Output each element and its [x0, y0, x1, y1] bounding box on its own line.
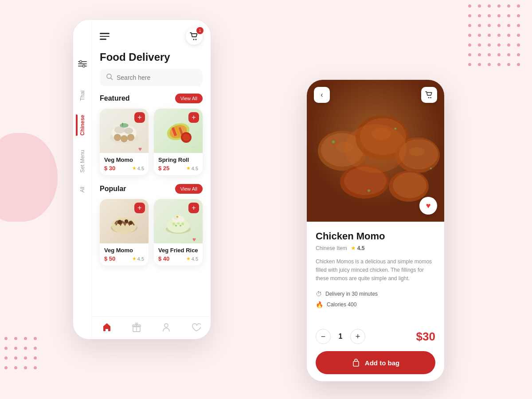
popular-veg-momo-price: $ 50 — [104, 255, 115, 262]
veg-fried-rice-price-row: $ 40 ★ 4.5 — [158, 255, 198, 262]
filter-icon[interactable] — [78, 60, 87, 70]
popular-veg-momo-rating: ★ 4.5 — [132, 256, 144, 262]
popular-card-veg-fried-rice: + ♥ Veg Fried Rice $ 40 ★ 4.5 — [154, 199, 203, 266]
delivery-time-row: ⏱ Delivery in 30 minutes — [316, 290, 435, 297]
main-scroll-area: 1 Food Delivery Featured View All — [92, 20, 211, 339]
nav-home[interactable] — [102, 322, 112, 332]
svg-point-5 — [193, 39, 195, 40]
sidebar-item-set-menu[interactable]: Set Menu — [76, 143, 89, 180]
search-input[interactable] — [117, 74, 196, 81]
svg-point-32 — [172, 223, 175, 225]
popular-veg-momo-name: Veg Momo — [104, 247, 144, 254]
veg-momo-fav-button[interactable]: ♥ — [135, 144, 145, 154]
quantity-minus-button[interactable]: − — [316, 329, 331, 344]
side-navigation: Thai Chinese Set Menu All — [73, 20, 92, 339]
spring-roll-price: $ 25 — [158, 165, 169, 172]
detail-cart-button[interactable] — [421, 87, 437, 103]
svg-point-3 — [79, 61, 82, 63]
svg-point-42 — [164, 324, 168, 327]
detail-meta-row: Chinese Item ★ 4.5 — [316, 245, 435, 251]
detail-category: Chinese Item — [316, 245, 347, 251]
detail-star-icon: ★ — [351, 245, 356, 251]
featured-section-header: Featured View All — [92, 94, 211, 109]
veg-fried-rice-add-button[interactable]: + — [188, 203, 199, 213]
item-price: $30 — [416, 330, 435, 344]
popular-veg-momo-price-row: $ 50 ★ 4.5 — [104, 255, 144, 262]
veg-fried-rice-price: $ 40 — [158, 255, 169, 262]
svg-point-35 — [175, 225, 177, 227]
calories-row: 🔥 Calories 400 — [316, 301, 435, 308]
svg-point-64 — [430, 97, 431, 98]
featured-view-all-button[interactable]: View All — [175, 94, 203, 103]
sidebar-item-all[interactable]: All — [76, 180, 89, 200]
svg-point-26 — [112, 218, 137, 234]
svg-point-15 — [127, 134, 134, 141]
svg-rect-17 — [122, 123, 123, 126]
search-icon — [106, 73, 113, 82]
quantity-price-row: − 1 + $30 — [316, 329, 435, 344]
featured-card-spring-roll: + ♡ Spring Roll $ 25 ★ 4.5 — [154, 109, 203, 175]
spring-roll-fav-button[interactable]: ♡ — [189, 144, 199, 154]
sidebar-item-chinese[interactable]: Chinese — [76, 108, 89, 143]
hamburger-menu[interactable] — [100, 31, 110, 42]
clock-icon: ⏱ — [316, 290, 322, 297]
popular-view-all-button[interactable]: View All — [175, 184, 203, 194]
svg-point-27 — [117, 220, 122, 224]
svg-point-60 — [368, 189, 370, 192]
svg-point-34 — [181, 223, 184, 225]
popular-veg-momo-add-button[interactable]: + — [134, 203, 145, 213]
decorative-dots-bottom-left — [4, 337, 40, 372]
cart-button[interactable]: 1 — [186, 28, 203, 45]
page-title: Food Delivery — [92, 49, 211, 69]
svg-point-39 — [176, 216, 178, 218]
nav-favorites[interactable] — [191, 322, 201, 332]
veg-fried-rice-rating: ★ 4.5 — [186, 256, 198, 262]
veg-momo-name: Veg Momo — [104, 156, 144, 163]
svg-point-29 — [129, 221, 133, 225]
spring-roll-rating: ★ 4.5 — [186, 165, 198, 171]
svg-point-4 — [82, 65, 85, 67]
detail-rating-value: 4.5 — [357, 245, 365, 251]
svg-point-59 — [395, 128, 397, 130]
nav-gifts[interactable] — [132, 322, 141, 332]
svg-point-6 — [196, 39, 197, 40]
quantity-controls: − 1 + — [316, 329, 365, 344]
add-to-bag-button[interactable]: Add to bag — [316, 351, 435, 374]
bottom-navigation — [92, 317, 211, 339]
app-header: 1 — [92, 20, 211, 49]
veg-fried-rice-name: Veg Fried Rice — [158, 247, 198, 254]
featured-card-veg-momo: + ♥ Veg Momo $ 30 ★ 4.5 — [100, 109, 149, 175]
decorative-blob — [0, 133, 58, 222]
detail-fav-button[interactable]: ♥ — [419, 197, 437, 215]
cart-badge: 1 — [196, 27, 203, 34]
detail-back-button[interactable]: ‹ — [314, 87, 330, 103]
quantity-plus-button[interactable]: + — [350, 329, 365, 344]
veg-fried-rice-fav-button[interactable]: ♥ — [189, 235, 199, 244]
search-bar[interactable] — [100, 69, 203, 86]
veg-fried-rice-info: Veg Fried Rice $ 40 ★ 4.5 — [154, 243, 203, 266]
featured-title: Featured — [100, 94, 130, 102]
bag-icon — [352, 358, 360, 367]
decorative-dots-top-right — [468, 4, 523, 69]
veg-momo-price: $ 30 — [104, 165, 115, 172]
svg-line-8 — [111, 78, 113, 80]
delivery-time-text: Delivery in 30 minutes — [325, 291, 378, 297]
popular-title: Popular — [100, 185, 126, 193]
svg-point-13 — [114, 134, 121, 141]
phone2-screen: ‹ ♥ Chicken Momo Chinese Item ★ 4.5 Chic… — [307, 80, 444, 381]
popular-section-header: Popular View All — [92, 184, 211, 199]
spring-roll-add-button[interactable]: + — [188, 112, 199, 123]
svg-point-12 — [124, 128, 133, 134]
popular-veg-momo-fav-button[interactable]: ♡ — [135, 235, 145, 244]
sidebar-item-thai[interactable]: Thai — [76, 83, 89, 108]
svg-point-37 — [172, 215, 184, 223]
detail-image-wrapper: ‹ ♥ — [307, 80, 444, 222]
nav-profile[interactable] — [161, 322, 171, 332]
veg-momo-add-button[interactable]: + — [134, 112, 145, 123]
spring-roll-name: Spring Roll — [158, 156, 198, 163]
popular-veg-momo-info: Veg Momo $ 50 ★ 4.5 — [100, 243, 149, 266]
veg-momo-price-row: $ 30 ★ 4.5 — [104, 165, 144, 172]
detail-rating: ★ 4.5 — [351, 245, 365, 251]
svg-point-61 — [430, 168, 432, 169]
detail-cart-icon — [425, 91, 433, 98]
